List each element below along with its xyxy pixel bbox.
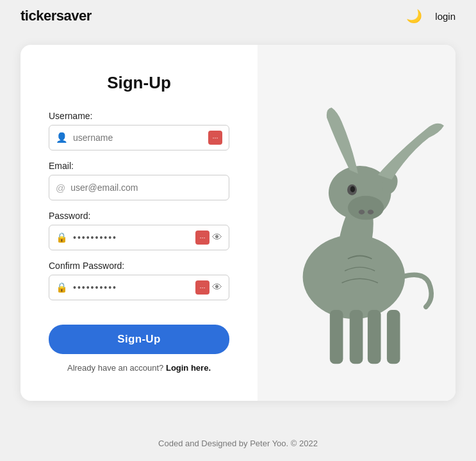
bull-image [258,45,455,401]
email-input-wrapper: @ [49,175,229,200]
password-input-wrapper: 🔒 ··· 👁 [49,225,229,250]
confirm-password-input[interactable] [73,282,195,293]
footer: Coded and Designed by Peter Yoo. © 2022 [0,426,476,461]
svg-rect-11 [386,310,400,364]
username-input-wrapper: 👤 ··· [49,125,229,150]
form-side: Sign-Up Username: 👤 ··· Email: @ [21,45,258,401]
password-visibility-toggle[interactable]: 👁 [212,232,222,243]
brand-logo: tickersaver [21,8,92,24]
username-group: Username: 👤 ··· [49,111,229,150]
svg-point-2 [347,196,383,220]
svg-point-6 [367,209,373,214]
svg-rect-9 [349,310,363,364]
email-input[interactable] [70,182,222,193]
already-account-text: Already have an account? [67,363,163,373]
dots-icon: ··· [199,284,205,291]
confirm-password-action-button[interactable]: ··· [195,280,209,295]
svg-point-0 [302,235,404,319]
username-action-button[interactable]: ··· [208,131,222,145]
svg-rect-8 [329,310,343,364]
svg-rect-10 [367,310,381,364]
confirm-password-group: Confirm Password: 🔒 ··· 👁 [49,261,229,300]
login-here-link[interactable]: Login here. [166,363,211,373]
lock-confirm-icon: 🔒 [56,282,68,293]
main-content: Sign-Up Username: 👤 ··· Email: @ [0,32,476,426]
email-label: Email: [49,161,229,171]
footer-text: Coded and Designed by Peter Yoo. © 2022 [158,439,318,448]
theme-toggle-icon[interactable]: 🌙 [406,8,422,24]
confirm-password-input-wrapper: 🔒 ··· 👁 [49,275,229,300]
username-input[interactable] [73,133,208,143]
dots-icon: ··· [212,134,218,142]
bull-svg [261,69,453,376]
signup-button[interactable]: Sign-Up [49,325,229,354]
navbar-right: 🌙 login [406,8,455,24]
dots-icon: ··· [199,234,205,241]
password-action-button[interactable]: ··· [195,230,209,245]
lock-icon: 🔒 [56,232,68,243]
password-input[interactable] [73,232,195,243]
confirm-password-visibility-toggle[interactable]: 👁 [212,282,222,293]
signup-card: Sign-Up Username: 👤 ··· Email: @ [21,45,455,401]
nav-login-link[interactable]: login [435,11,455,22]
confirm-password-label: Confirm Password: [49,261,229,271]
svg-point-5 [358,209,364,214]
user-icon: 👤 [56,132,68,143]
eye-icon: 👁 [212,282,222,293]
username-label: Username: [49,111,229,121]
form-title: Sign-Up [49,73,229,93]
email-icon: @ [56,182,65,193]
eye-icon: 👁 [212,232,222,243]
login-link-container: Already have an account? Login here. [49,363,229,373]
password-group: Password: 🔒 ··· 👁 [49,211,229,250]
email-group: Email: @ [49,161,229,200]
navbar: tickersaver 🌙 login [0,0,476,32]
svg-point-4 [350,186,355,192]
image-side [258,45,455,401]
password-label: Password: [49,211,229,221]
